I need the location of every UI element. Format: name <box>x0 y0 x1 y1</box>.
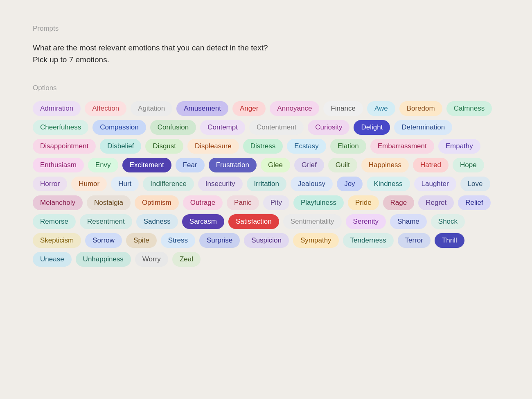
tag-relief[interactable]: Relief <box>458 195 490 210</box>
prompts-section: Prompts What are the most relevant emoti… <box>33 25 499 66</box>
tag-resentment[interactable]: Resentment <box>80 214 132 229</box>
tag-outrage[interactable]: Outrage <box>183 195 223 210</box>
tag-hatred[interactable]: Hatred <box>413 158 449 172</box>
tag-disgust[interactable]: Disgust <box>145 139 183 154</box>
tag-sorrow[interactable]: Sorrow <box>85 233 122 248</box>
tag-empathy[interactable]: Empathy <box>438 139 480 154</box>
tag-curiosity[interactable]: Curiosity <box>308 120 349 135</box>
tag-laughter[interactable]: Laughter <box>414 177 456 191</box>
tag-envy[interactable]: Envy <box>88 158 118 172</box>
prompt-line1: What are the most relevant emotions that… <box>33 43 268 52</box>
tag-shock[interactable]: Shock <box>431 214 465 229</box>
tag-melancholy[interactable]: Melancholy <box>33 195 83 210</box>
tag-irritation[interactable]: Irritation <box>247 177 286 191</box>
tag-remorse[interactable]: Remorse <box>33 214 76 229</box>
tag-happiness[interactable]: Happiness <box>361 158 409 172</box>
tag-grief[interactable]: Grief <box>294 158 324 172</box>
tag-displeasure[interactable]: Displeasure <box>187 139 239 154</box>
tag-skepticism[interactable]: Skepticism <box>33 233 81 248</box>
tag-calmness[interactable]: Calmness <box>446 101 492 116</box>
tag-disbelief[interactable]: Disbelief <box>100 139 141 154</box>
tag-nostalgia[interactable]: Nostalgia <box>87 195 131 210</box>
tag-surprise[interactable]: Surprise <box>199 233 240 248</box>
tag-regret[interactable]: Regret <box>418 195 454 210</box>
tag-disappointment[interactable]: Disappointment <box>33 139 96 154</box>
tag-thrill[interactable]: Thrill <box>435 233 464 248</box>
tag-optimism[interactable]: Optimism <box>135 195 179 210</box>
tag-awe[interactable]: Awe <box>367 101 395 116</box>
tag-panic[interactable]: Panic <box>227 195 259 210</box>
tag-pride[interactable]: Pride <box>348 195 379 210</box>
tag-hope[interactable]: Hope <box>453 158 484 172</box>
tag-serenity[interactable]: Serenity <box>346 214 386 229</box>
tag-unhappiness[interactable]: Unhappiness <box>76 252 131 267</box>
tag-rage[interactable]: Rage <box>383 195 415 210</box>
tag-embarrassment[interactable]: Embarrassment <box>370 139 434 154</box>
tag-guilt[interactable]: Guilt <box>328 158 357 172</box>
tag-spite[interactable]: Spite <box>126 233 157 248</box>
tag-admiration[interactable]: Admiration <box>33 101 81 116</box>
tag-joy[interactable]: Joy <box>337 177 362 191</box>
tag-glee[interactable]: Glee <box>261 158 290 172</box>
tag-contempt[interactable]: Contempt <box>200 120 245 135</box>
tag-confusion[interactable]: Confusion <box>150 120 196 135</box>
tag-delight[interactable]: Delight <box>354 120 390 135</box>
tag-frustration[interactable]: Frustration <box>209 158 257 172</box>
tag-distress[interactable]: Distress <box>243 139 283 154</box>
tag-jealousy[interactable]: Jealousy <box>291 177 333 191</box>
tag-annoyance[interactable]: Annoyance <box>270 101 319 116</box>
tag-finance[interactable]: Finance <box>323 101 363 116</box>
tag-pity[interactable]: Pity <box>263 195 289 210</box>
tag-fear[interactable]: Fear <box>176 158 205 172</box>
tag-affection[interactable]: Affection <box>85 101 126 116</box>
tags-container: AdmirationAffectionAgitationAmusementAng… <box>33 101 499 267</box>
tag-enthusiasm[interactable]: Enthusiasm <box>33 158 84 172</box>
tag-compassion[interactable]: Compassion <box>92 120 146 135</box>
tag-agitation[interactable]: Agitation <box>131 101 172 116</box>
tag-anger[interactable]: Anger <box>232 101 266 116</box>
tag-elation[interactable]: Elation <box>330 139 366 154</box>
options-section: Options AdmirationAffectionAgitationAmus… <box>33 84 499 267</box>
tag-terror[interactable]: Terror <box>398 233 431 248</box>
tag-suspicion[interactable]: Suspicion <box>244 233 289 248</box>
tag-satisfaction[interactable]: Satisfaction <box>228 214 279 229</box>
tag-indifference[interactable]: Indifference <box>143 177 194 191</box>
tag-sentimentality[interactable]: Sentimentality <box>283 214 342 229</box>
tag-sadness[interactable]: Sadness <box>136 214 178 229</box>
tag-humor[interactable]: Humor <box>71 177 107 191</box>
tag-insecurity[interactable]: Insecurity <box>198 177 243 191</box>
tag-unease[interactable]: Unease <box>33 252 72 267</box>
tag-ecstasy[interactable]: Ecstasy <box>287 139 326 154</box>
tag-sarcasm[interactable]: Sarcasm <box>182 214 224 229</box>
tag-playfulness[interactable]: Playfulness <box>293 195 344 210</box>
tag-tenderness[interactable]: Tenderness <box>343 233 394 248</box>
tag-horror[interactable]: Horror <box>33 177 67 191</box>
tag-determination[interactable]: Determination <box>394 120 452 135</box>
prompt-text: What are the most relevant emotions that… <box>33 42 499 66</box>
tag-cheerfulness[interactable]: Cheerfulness <box>33 120 88 135</box>
tag-contentment[interactable]: Contentment <box>249 120 304 135</box>
prompts-label: Prompts <box>33 25 499 33</box>
tag-love[interactable]: Love <box>460 177 490 191</box>
tag-stress[interactable]: Stress <box>161 233 195 248</box>
tag-shame[interactable]: Shame <box>390 214 427 229</box>
tag-worry[interactable]: Worry <box>135 252 168 267</box>
tag-boredom[interactable]: Boredom <box>399 101 442 116</box>
tag-excitement[interactable]: Excitement <box>122 158 171 172</box>
tag-hurt[interactable]: Hurt <box>111 177 139 191</box>
tag-sympathy[interactable]: Sympathy <box>293 233 339 248</box>
options-label: Options <box>33 84 499 92</box>
tag-zeal[interactable]: Zeal <box>172 252 201 267</box>
tag-amusement[interactable]: Amusement <box>176 101 228 116</box>
tag-kindness[interactable]: Kindness <box>367 177 410 191</box>
prompt-line2: Pick up to 7 emotions. <box>33 55 109 64</box>
